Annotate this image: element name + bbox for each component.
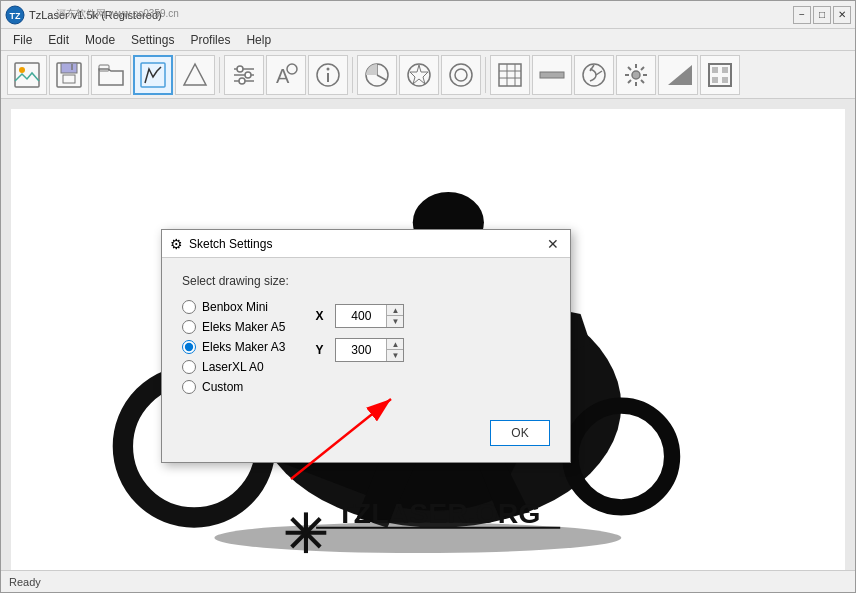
- menu-file[interactable]: File: [5, 31, 40, 49]
- svg-line-42: [641, 67, 644, 70]
- settings-tool-button[interactable]: [224, 55, 264, 95]
- radio-benbox-mini[interactable]: Benbox Mini: [182, 300, 285, 314]
- svg-line-43: [628, 80, 631, 83]
- search-tool-button[interactable]: A: [266, 55, 306, 95]
- maximize-button[interactable]: □: [813, 6, 831, 24]
- y-label: Y: [315, 343, 329, 357]
- toolbar-separator-1: [219, 57, 220, 93]
- radio-custom-input[interactable]: [182, 380, 196, 394]
- radio-eleks-a3[interactable]: Eleks Maker A3: [182, 340, 285, 354]
- title-bar-text: TzLaser v1.5k (Registered): [29, 9, 793, 21]
- save-icon: [55, 61, 83, 89]
- svg-point-22: [408, 64, 430, 86]
- radio-laserxl-a0-input[interactable]: [182, 360, 196, 374]
- minimize-button[interactable]: −: [793, 6, 811, 24]
- title-bar: TZ TzLaser v1.5k (Registered) − □ ✕ 河东软件…: [1, 1, 855, 29]
- dialog-close-button[interactable]: ✕: [544, 235, 562, 253]
- grid-tool-button[interactable]: [490, 55, 530, 95]
- menu-help[interactable]: Help: [238, 31, 279, 49]
- y-decrement-button[interactable]: ▼: [387, 350, 403, 361]
- svg-rect-5: [61, 63, 77, 73]
- menu-edit[interactable]: Edit: [40, 31, 77, 49]
- draw-tool-button[interactable]: [133, 55, 173, 95]
- toolbar-separator-3: [485, 57, 486, 93]
- circle-tool-button[interactable]: [441, 55, 481, 95]
- radio-laserxl-a0[interactable]: LaserXL A0: [182, 360, 285, 374]
- run-tool-button[interactable]: [574, 55, 614, 95]
- y-row: Y ▲ ▼: [315, 338, 404, 362]
- radio-benbox-mini-label: Benbox Mini: [202, 300, 268, 314]
- menu-settings[interactable]: Settings: [123, 31, 182, 49]
- svg-line-34: [596, 71, 602, 75]
- info-tool-button[interactable]: [308, 55, 348, 95]
- dialog-footer: OK: [182, 410, 550, 446]
- save-tool-button[interactable]: [49, 55, 89, 95]
- triangle-tool-button[interactable]: [658, 55, 698, 95]
- image-tool-button[interactable]: [7, 55, 47, 95]
- concentric-icon: [447, 61, 475, 89]
- toolbar-separator-2: [352, 57, 353, 93]
- svg-point-32: [583, 64, 605, 86]
- svg-text:TZLASER.ORG: TZLASER.ORG: [336, 497, 540, 529]
- star-icon: [405, 61, 433, 89]
- svg-marker-9: [184, 64, 206, 85]
- status-bar: Ready: [1, 570, 855, 592]
- open-tool-button[interactable]: [91, 55, 131, 95]
- info-icon: [314, 61, 342, 89]
- svg-text:TZ: TZ: [10, 11, 21, 21]
- shape-icon: [181, 61, 209, 89]
- svg-rect-7: [99, 65, 109, 71]
- dialog-title-bar: ⚙ Sketch Settings ✕: [162, 230, 570, 258]
- svg-marker-44: [668, 65, 692, 85]
- line-tool-button[interactable]: [532, 55, 572, 95]
- radio-eleks-a5[interactable]: Eleks Maker A5: [182, 320, 285, 334]
- close-button[interactable]: ✕: [833, 6, 851, 24]
- run-icon: [580, 61, 608, 89]
- svg-marker-23: [410, 65, 428, 84]
- x-spinbox: ▲ ▼: [335, 304, 404, 328]
- app-window: TZ TzLaser v1.5k (Registered) − □ ✕ 河东软件…: [0, 0, 856, 593]
- x-increment-button[interactable]: ▲: [387, 305, 403, 316]
- x-label: X: [315, 309, 329, 323]
- svg-point-14: [245, 72, 251, 78]
- svg-rect-47: [722, 67, 728, 73]
- y-increment-button[interactable]: ▲: [387, 339, 403, 350]
- sketch-settings-dialog: ⚙ Sketch Settings ✕ Select drawing size:…: [161, 229, 571, 463]
- frame-icon: [706, 61, 734, 89]
- x-row: X ▲ ▼: [315, 304, 404, 328]
- y-input[interactable]: [336, 339, 386, 361]
- dialog-body: Select drawing size: Benbox Mini Eleks M…: [162, 258, 570, 462]
- star-tool-button[interactable]: [399, 55, 439, 95]
- status-text: Ready: [9, 576, 41, 588]
- radio-custom[interactable]: Custom: [182, 380, 285, 394]
- svg-rect-48: [712, 77, 718, 83]
- menu-mode[interactable]: Mode: [77, 31, 123, 49]
- svg-point-3: [19, 67, 25, 73]
- search-icon: A: [272, 61, 300, 89]
- shape-tool-button[interactable]: [175, 55, 215, 95]
- line-icon: [538, 61, 566, 89]
- radio-eleks-a5-label: Eleks Maker A5: [202, 320, 285, 334]
- x-input[interactable]: [336, 305, 386, 327]
- svg-point-13: [237, 66, 243, 72]
- radio-eleks-a5-input[interactable]: [182, 320, 196, 334]
- svg-rect-31: [540, 72, 564, 78]
- draw-icon: [139, 61, 167, 89]
- title-bar-controls: − □ ✕: [793, 6, 851, 24]
- x-decrement-button[interactable]: ▼: [387, 316, 403, 327]
- radio-custom-label: Custom: [202, 380, 243, 394]
- pie-tool-button[interactable]: [357, 55, 397, 95]
- radio-eleks-a3-input[interactable]: [182, 340, 196, 354]
- menu-profiles[interactable]: Profiles: [182, 31, 238, 49]
- radio-benbox-mini-input[interactable]: [182, 300, 196, 314]
- ok-button[interactable]: OK: [490, 420, 550, 446]
- pie-icon: [363, 61, 391, 89]
- y-spinbox: ▲ ▼: [335, 338, 404, 362]
- frame-tool-button[interactable]: [700, 55, 740, 95]
- laser-tool-button[interactable]: [616, 55, 656, 95]
- laser-icon: [622, 61, 650, 89]
- menu-bar: File Edit Mode Settings Profiles Help: [1, 29, 855, 51]
- svg-rect-26: [499, 64, 521, 86]
- svg-point-15: [239, 78, 245, 84]
- svg-point-24: [450, 64, 472, 86]
